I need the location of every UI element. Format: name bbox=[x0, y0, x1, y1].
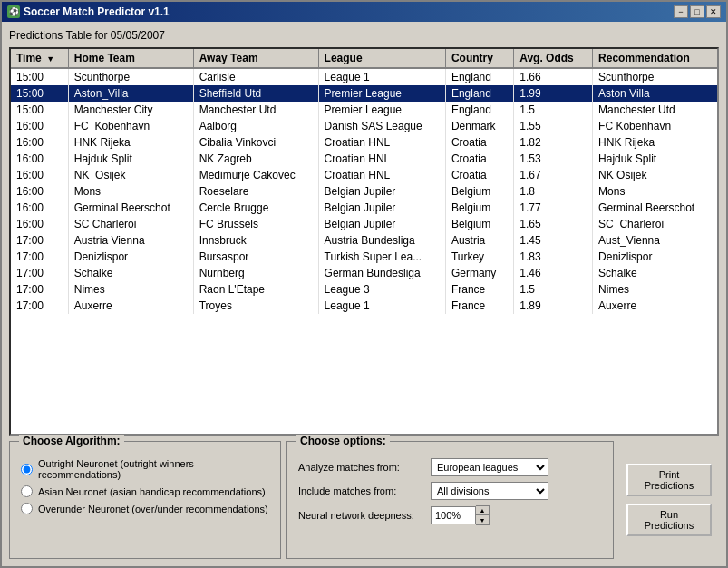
col-header-league[interactable]: League bbox=[318, 49, 445, 68]
table-cell-country: Belgium bbox=[445, 183, 513, 200]
title-buttons: − □ ✕ bbox=[674, 5, 721, 18]
include-select[interactable]: All divisions Top division only bbox=[431, 482, 548, 500]
table-row[interactable]: 16:00FC_KobenhavnAalborgDanish SAS Leagu… bbox=[11, 118, 717, 134]
algo-outright-radio[interactable] bbox=[21, 464, 33, 475]
table-cell-country: England bbox=[445, 68, 513, 85]
algorithm-radio-group: Outright Neuronet (outright winners reco… bbox=[21, 458, 269, 514]
table-cell-odds: 1.99 bbox=[514, 85, 593, 102]
col-header-away[interactable]: Away Team bbox=[193, 49, 318, 68]
table-cell-rec: Hajduk Split bbox=[593, 151, 717, 167]
table-cell-odds: 1.66 bbox=[514, 68, 593, 85]
table-cell-country: Croatia bbox=[445, 151, 513, 167]
table-cell-time: 17:00 bbox=[11, 298, 68, 314]
algo-asian-radio[interactable] bbox=[21, 485, 33, 497]
algorithm-panel-title: Choose Algorithm: bbox=[19, 435, 124, 447]
table-cell-home: Hajduk Split bbox=[68, 151, 193, 167]
algo-overunder-radio[interactable] bbox=[21, 503, 33, 514]
table-cell-away: Cibalia Vinkovci bbox=[193, 134, 318, 151]
table-cell-time: 16:00 bbox=[11, 118, 68, 134]
table-row[interactable]: 17:00Austria ViennaInnsbruckAustria Bund… bbox=[11, 232, 717, 249]
window-title: Soccer Match Predictor v1.1 bbox=[24, 5, 170, 18]
maximize-button[interactable]: □ bbox=[690, 5, 704, 18]
algorithm-panel: Choose Algorithm: Outright Neuronet (out… bbox=[9, 441, 281, 559]
table-row[interactable]: 16:00SC CharleroiFC BrusselsBelgian Jupi… bbox=[11, 216, 717, 232]
table-cell-rec: Schalke bbox=[593, 265, 717, 281]
table-cell-home: Mons bbox=[68, 183, 193, 200]
table-cell-home: Denizlispor bbox=[68, 249, 193, 265]
table-cell-odds: 1.67 bbox=[514, 167, 593, 183]
table-cell-away: FC Brussels bbox=[193, 216, 318, 232]
option-analyze-row: Analyze matches from: European leagues A… bbox=[298, 458, 602, 476]
table-cell-odds: 1.55 bbox=[514, 118, 593, 134]
analyze-select[interactable]: European leagues All leagues Major leagu… bbox=[431, 458, 548, 476]
table-cell-country: England bbox=[445, 102, 513, 118]
table-row[interactable]: 15:00Manchester CityManchester UtdPremie… bbox=[11, 102, 717, 118]
actions-panel: Print Predictions Run Predictions bbox=[619, 441, 719, 559]
table-row[interactable]: 16:00Germinal BeerschotCercle BruggeBelg… bbox=[11, 200, 717, 216]
table-cell-league: Austria Bundesliga bbox=[318, 232, 445, 249]
table-row[interactable]: 16:00HNK RijekaCibalia VinkovciCroatian … bbox=[11, 134, 717, 151]
table-cell-away: Nurnberg bbox=[193, 265, 318, 281]
table-cell-home: Aston_Villa bbox=[68, 85, 193, 102]
col-header-country[interactable]: Country bbox=[445, 49, 513, 68]
col-header-home[interactable]: Home Team bbox=[68, 49, 193, 68]
table-cell-home: Auxerre bbox=[68, 298, 193, 314]
predictions-table-container[interactable]: Time ▼ Home Team Away Team League Countr… bbox=[9, 47, 719, 436]
close-button[interactable]: ✕ bbox=[706, 5, 721, 18]
algo-outright-item[interactable]: Outright Neuronet (outright winners reco… bbox=[21, 458, 269, 480]
app-icon: ⚽ bbox=[7, 5, 20, 18]
table-row[interactable]: 16:00Hajduk SplitNK ZagrebCroatian HNLCr… bbox=[11, 151, 717, 167]
minimize-button[interactable]: − bbox=[674, 5, 688, 18]
algo-overunder-label: Overunder Neuronet (over/under recommend… bbox=[38, 504, 268, 514]
table-row[interactable]: 16:00NK_OsijekMedimurje CakovecCroatian … bbox=[11, 167, 717, 183]
table-cell-rec: Aust_Vienna bbox=[593, 232, 717, 249]
sort-arrow-icon: ▼ bbox=[46, 54, 54, 64]
spinner-down-button[interactable]: ▼ bbox=[476, 515, 489, 524]
table-cell-odds: 1.65 bbox=[514, 216, 593, 232]
table-row[interactable]: 17:00SchalkeNurnbergGerman BundesligaGer… bbox=[11, 265, 717, 281]
col-header-rec[interactable]: Recommendation bbox=[593, 49, 717, 68]
table-cell-away: Innsbruck bbox=[193, 232, 318, 249]
table-cell-country: France bbox=[445, 281, 513, 298]
depth-input[interactable] bbox=[431, 506, 476, 524]
table-cell-league: Danish SAS League bbox=[318, 118, 445, 134]
table-cell-rec: Auxerre bbox=[593, 298, 717, 314]
main-window: ⚽ Soccer Match Predictor v1.1 − □ ✕ Pred… bbox=[0, 0, 728, 568]
algo-asian-item[interactable]: Asian Neuronet (asian handicap recommend… bbox=[21, 485, 269, 497]
table-cell-home: HNK Rijeka bbox=[68, 134, 193, 151]
table-cell-league: Belgian Jupiler bbox=[318, 216, 445, 232]
spinner-up-button[interactable]: ▲ bbox=[476, 506, 489, 515]
table-body: 15:00ScunthorpeCarlisleLeague 1England1.… bbox=[11, 68, 717, 314]
print-predictions-button[interactable]: Print Predictions bbox=[626, 464, 712, 496]
table-cell-rec: Germinal Beerschot bbox=[593, 200, 717, 216]
table-cell-time: 15:00 bbox=[11, 85, 68, 102]
table-cell-league: Premier League bbox=[318, 85, 445, 102]
table-cell-home: NK_Osijek bbox=[68, 167, 193, 183]
table-row[interactable]: 15:00Aston_VillaSheffield UtdPremier Lea… bbox=[11, 85, 717, 102]
table-cell-time: 17:00 bbox=[11, 281, 68, 298]
spinner-buttons: ▲ ▼ bbox=[476, 505, 490, 525]
col-header-odds[interactable]: Avg. Odds bbox=[514, 49, 593, 68]
table-row[interactable]: 16:00MonsRoeselareBelgian JupilerBelgium… bbox=[11, 183, 717, 200]
table-cell-country: Belgium bbox=[445, 216, 513, 232]
table-cell-league: Turkish Super Lea... bbox=[318, 249, 445, 265]
option-include-label: Include matches from: bbox=[298, 485, 425, 496]
algo-overunder-item[interactable]: Overunder Neuronet (over/under recommend… bbox=[21, 503, 269, 514]
predictions-table: Time ▼ Home Team Away Team League Countr… bbox=[11, 49, 717, 314]
option-include-row: Include matches from: All divisions Top … bbox=[298, 482, 602, 500]
predictions-header: Predictions Table for 05/05/2007 bbox=[9, 29, 719, 42]
table-row[interactable]: 17:00NimesRaon L'EtapeLeague 3France1.5N… bbox=[11, 281, 717, 298]
table-row[interactable]: 17:00DenizlisporBursasporTurkish Super L… bbox=[11, 249, 717, 265]
table-cell-rec: SC_Charleroi bbox=[593, 216, 717, 232]
col-header-time[interactable]: Time ▼ bbox=[11, 49, 68, 68]
table-cell-odds: 1.89 bbox=[514, 298, 593, 314]
table-cell-time: 16:00 bbox=[11, 183, 68, 200]
table-cell-rec: Scunthorpe bbox=[593, 68, 717, 85]
table-cell-league: Premier League bbox=[318, 102, 445, 118]
table-cell-country: Austria bbox=[445, 232, 513, 249]
table-cell-rec: Nimes bbox=[593, 281, 717, 298]
table-row[interactable]: 17:00AuxerreTroyesLeague 1France1.89Auxe… bbox=[11, 298, 717, 314]
table-cell-rec: Manchester Utd bbox=[593, 102, 717, 118]
table-row[interactable]: 15:00ScunthorpeCarlisleLeague 1England1.… bbox=[11, 68, 717, 85]
run-predictions-button[interactable]: Run Predictions bbox=[626, 504, 712, 536]
